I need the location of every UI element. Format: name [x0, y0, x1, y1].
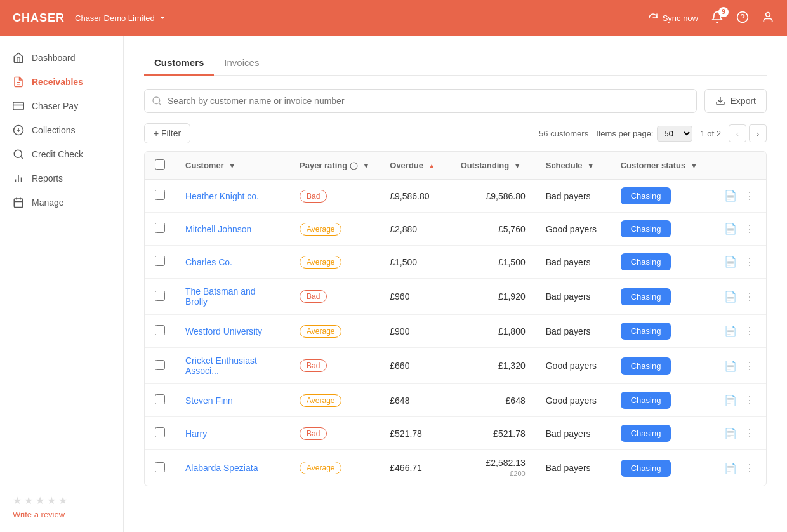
tab-customers[interactable]: Customers: [144, 51, 214, 76]
download-icon: [715, 96, 725, 106]
sidebar-item-receivables[interactable]: Receivables: [0, 70, 123, 94]
row-checkbox-cell: [145, 384, 175, 417]
total-customers: 56 customers: [539, 129, 588, 138]
search-input[interactable]: [144, 89, 697, 113]
document-icon[interactable]: 📄: [723, 222, 738, 236]
chasing-button[interactable]: Chasing: [621, 357, 671, 375]
more-options-icon[interactable]: ⋮: [743, 189, 756, 203]
chasing-button[interactable]: Chasing: [621, 323, 671, 340]
payer-rating-badge: Bad: [300, 427, 327, 440]
chasing-button[interactable]: Chasing: [621, 425, 671, 442]
more-options-icon[interactable]: ⋮: [743, 255, 756, 269]
document-icon[interactable]: 📄: [723, 189, 738, 203]
chasing-button[interactable]: Chasing: [621, 392, 671, 409]
overdue-cell: £9,586.80: [380, 180, 450, 213]
schedule-cell: Bad payers: [536, 246, 611, 279]
row-checkbox[interactable]: [155, 360, 165, 370]
document-icon[interactable]: 📄: [723, 255, 738, 269]
col-header-schedule[interactable]: Schedule ▼: [536, 152, 611, 180]
document-icon[interactable]: 📄: [723, 289, 738, 304]
chasing-button[interactable]: Chasing: [621, 460, 671, 477]
customer-link[interactable]: Charles Co.: [185, 257, 232, 267]
customer-link[interactable]: Alabarda Speziata: [185, 463, 258, 473]
more-options-icon[interactable]: ⋮: [743, 222, 756, 236]
customer-link[interactable]: Heather Knight co.: [185, 191, 259, 201]
col-header-customer[interactable]: Customer ▼: [175, 152, 289, 180]
page-info: 1 of 2: [700, 129, 721, 138]
customer-link[interactable]: Westford University: [185, 326, 262, 336]
filter-button[interactable]: + Filter: [144, 123, 190, 143]
sort-icon: ▼: [228, 162, 235, 170]
topnav-left: CHASER Chaser Demo Limited: [13, 11, 166, 25]
sidebar-item-credit-check[interactable]: Credit Check: [0, 142, 123, 166]
row-actions: 📄 ⋮: [723, 426, 756, 441]
more-options-icon[interactable]: ⋮: [743, 461, 756, 475]
per-page-dropdown[interactable]: 50 25 100: [657, 126, 692, 142]
row-checkbox[interactable]: [155, 291, 165, 301]
col-header-outstanding[interactable]: Outstanding ▼: [451, 152, 536, 180]
home-icon: [13, 52, 24, 63]
more-options-icon[interactable]: ⋮: [743, 393, 756, 408]
export-button[interactable]: Export: [704, 89, 767, 113]
document-icon[interactable]: 📄: [723, 461, 738, 475]
help-button[interactable]: [736, 11, 749, 25]
row-checkbox[interactable]: [155, 325, 165, 335]
select-all-checkbox[interactable]: [155, 159, 165, 170]
star-2[interactable]: ★: [24, 495, 33, 507]
actions-cell: 📄 ⋮: [713, 384, 766, 417]
more-options-icon[interactable]: ⋮: [743, 289, 756, 304]
sort-icon: ▼: [514, 162, 521, 170]
document-icon[interactable]: 📄: [723, 359, 738, 373]
more-options-icon[interactable]: ⋮: [743, 359, 756, 373]
topnav: CHASER Chaser Demo Limited Sync now 9: [0, 0, 787, 36]
tab-invoices[interactable]: Invoices: [214, 51, 269, 76]
write-review-link[interactable]: Write a review: [13, 510, 65, 519]
document-icon[interactable]: 📄: [723, 426, 738, 441]
sidebar-item-collections[interactable]: Collections: [0, 118, 123, 142]
payer-rating-cell: Bad: [289, 417, 380, 450]
row-checkbox[interactable]: [155, 394, 165, 404]
outstanding-cell: £1,800: [451, 315, 536, 348]
next-page-button[interactable]: ›: [749, 124, 767, 142]
sidebar-item-reports[interactable]: Reports: [0, 166, 123, 190]
col-header-status[interactable]: Customer status ▼: [611, 152, 713, 180]
company-selector[interactable]: Chaser Demo Limited: [75, 13, 166, 23]
chasing-button[interactable]: Chasing: [621, 187, 671, 204]
more-options-icon[interactable]: ⋮: [743, 426, 756, 441]
row-checkbox[interactable]: [155, 190, 165, 200]
star-4[interactable]: ★: [47, 495, 56, 507]
svg-line-11: [20, 156, 22, 158]
outstanding-cell: £2,582.13£200: [451, 450, 536, 486]
sidebar-item-chaser-pay[interactable]: Chaser Pay: [0, 94, 123, 118]
star-3[interactable]: ★: [36, 495, 44, 507]
row-checkbox[interactable]: [155, 462, 165, 472]
star-1[interactable]: ★: [13, 495, 22, 507]
sync-button[interactable]: Sync now: [647, 12, 698, 23]
table-row: Alabarda Speziata Average £466.71 £2,582…: [145, 450, 766, 486]
sidebar-item-manage[interactable]: Manage: [0, 190, 123, 215]
col-header-overdue[interactable]: Overdue ▲: [380, 152, 450, 180]
prev-page-button[interactable]: ‹: [729, 124, 746, 142]
col-header-payer-rating[interactable]: Payer rating ▼: [289, 152, 380, 180]
tabs: Customers Invoices: [144, 51, 767, 76]
sidebar: Dashboard Receivables Chaser Pay Collect…: [0, 36, 124, 532]
customer-link[interactable]: The Batsman and Brolly: [185, 286, 256, 307]
document-icon[interactable]: 📄: [723, 324, 738, 338]
customer-link[interactable]: Mitchell Johnson: [185, 224, 251, 234]
row-checkbox[interactable]: [155, 256, 165, 266]
more-options-icon[interactable]: ⋮: [743, 324, 756, 338]
chasing-button[interactable]: Chasing: [621, 220, 671, 237]
row-checkbox[interactable]: [155, 427, 165, 437]
star-5[interactable]: ★: [58, 495, 67, 507]
customer-link[interactable]: Cricket Enthusiast Associ...: [185, 356, 257, 376]
sidebar-item-dashboard[interactable]: Dashboard: [0, 46, 123, 70]
row-checkbox[interactable]: [155, 223, 165, 233]
customer-link[interactable]: Steven Finn: [185, 396, 233, 406]
notifications-button[interactable]: 9: [711, 11, 724, 25]
customer-link[interactable]: Harry: [185, 429, 207, 439]
star-rating[interactable]: ★ ★ ★ ★ ★: [13, 495, 110, 507]
chasing-button[interactable]: Chasing: [621, 253, 671, 270]
document-icon[interactable]: 📄: [723, 393, 738, 408]
chasing-button[interactable]: Chasing: [621, 288, 671, 305]
user-button[interactable]: [762, 11, 774, 25]
